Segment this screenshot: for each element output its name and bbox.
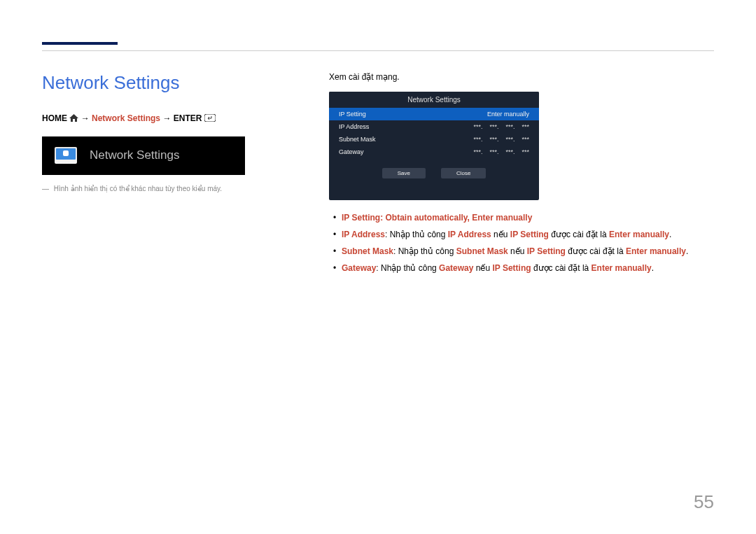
- panel-row-subnet: Subnet Mask ***. ***. ***. ***: [329, 133, 539, 146]
- text: .: [669, 230, 671, 239]
- ip-octet: ***: [522, 136, 529, 143]
- save-button[interactable]: Save: [382, 168, 426, 178]
- text: : Nhập thủ công: [393, 246, 456, 256]
- top-marker: [42, 42, 118, 45]
- ip-octet: ***.: [473, 123, 482, 130]
- label-enter-manually: Enter manually: [626, 246, 686, 256]
- panel-row-label: Gateway: [339, 148, 364, 155]
- text: : Nhập thủ công: [376, 263, 439, 273]
- label-enter-manually: Enter manually: [592, 263, 652, 273]
- panel-row-value: ***. ***. ***. ***: [473, 136, 529, 143]
- label-ipaddress2: IP Address: [448, 230, 491, 239]
- ip-octet: ***.: [505, 136, 514, 143]
- label-ipaddress: IP Address: [342, 230, 385, 239]
- breadcrumb-enter: ENTER: [174, 113, 202, 123]
- bullet-item-ipaddress: IP Address: Nhập thủ công IP Address nếu…: [329, 228, 714, 241]
- thumbnail-label: Network Settings: [90, 148, 180, 162]
- section-title: Network Settings: [42, 72, 301, 94]
- panel-row-label: IP Address: [339, 123, 369, 130]
- ip-octet: ***: [522, 148, 529, 155]
- thumbnail: Network Settings: [42, 136, 245, 175]
- text: nếu: [508, 246, 527, 256]
- text: được cài đặt là: [566, 246, 626, 256]
- home-icon: [69, 114, 78, 124]
- label-enter-manually: Enter manually: [472, 213, 532, 223]
- label-gateway: Gateway: [342, 263, 376, 273]
- bullet-item-ipsetting: IP Setting: Obtain automatically, Enter …: [329, 211, 714, 224]
- label-obtain: Obtain automatically: [385, 213, 467, 223]
- ip-octet: ***: [522, 123, 529, 130]
- panel-row-value: ***. ***. ***. ***: [473, 148, 529, 155]
- image-note: ― Hình ảnh hiển thị có thể khác nhau tùy…: [42, 185, 301, 192]
- text: : Nhập thủ công: [385, 230, 448, 239]
- right-column: Xem cài đặt mạng. Network Settings IP Se…: [329, 72, 714, 279]
- label-subnet2: Subnet Mask: [456, 246, 508, 256]
- text: nếu: [491, 230, 510, 239]
- bullet-list: IP Setting: Obtain automatically, Enter …: [329, 211, 714, 274]
- panel-title: Network Settings: [329, 92, 539, 108]
- panel-row-gateway: Gateway ***. ***. ***. ***: [329, 146, 539, 158]
- breadcrumb-netset: Network Settings: [92, 113, 160, 123]
- ip-octet: ***.: [473, 136, 482, 143]
- ip-octet: ***.: [489, 123, 498, 130]
- ip-octet: ***.: [489, 136, 498, 143]
- label-ipsetting: IP Setting: [510, 230, 549, 239]
- panel-header-row: IP Setting Enter manually: [329, 108, 539, 120]
- note-text: Hình ảnh hiển thị có thể khác nhau tùy t…: [54, 185, 222, 192]
- label-ipsetting: IP Setting: [342, 213, 380, 223]
- panel-row-value: ***. ***. ***. ***: [473, 123, 529, 130]
- ip-octet: ***.: [473, 148, 482, 155]
- text: .: [686, 246, 688, 256]
- content-area: Network Settings HOME → Network Settings…: [42, 50, 714, 279]
- label-gateway2: Gateway: [439, 263, 473, 273]
- panel-row-ipaddress: IP Address ***. ***. ***. ***: [329, 120, 539, 133]
- panel-header-left: IP Setting: [339, 111, 366, 118]
- text: .: [652, 263, 654, 273]
- breadcrumb: HOME → Network Settings → ENTER: [42, 113, 301, 124]
- text: nếu: [473, 263, 492, 273]
- settings-panel: Network Settings IP Setting Enter manual…: [329, 92, 539, 200]
- label-ipsetting: IP Setting: [492, 263, 531, 273]
- text: được cài đặt là: [549, 230, 609, 239]
- close-button[interactable]: Close: [441, 168, 486, 178]
- page-number: 55: [694, 491, 714, 513]
- breadcrumb-arrow1: →: [81, 113, 92, 123]
- panel-header-right: Enter manually: [487, 111, 529, 118]
- bullet-item-gateway: Gateway: Nhập thủ công Gateway nếu IP Se…: [329, 262, 714, 274]
- page-container: Network Settings HOME → Network Settings…: [0, 0, 756, 307]
- label-enter-manually: Enter manually: [609, 230, 669, 239]
- label-subnet: Subnet Mask: [342, 246, 393, 256]
- breadcrumb-home: HOME: [42, 113, 67, 123]
- lead-text: Xem cài đặt mạng.: [329, 72, 714, 82]
- laptop-icon: [55, 147, 77, 164]
- note-dash: ―: [42, 185, 49, 192]
- text: được cài đặt là: [531, 263, 592, 273]
- label-ipsetting: IP Setting: [527, 246, 566, 256]
- breadcrumb-arrow2: →: [162, 113, 173, 123]
- ip-octet: ***.: [505, 148, 514, 155]
- ip-octet: ***.: [505, 123, 514, 130]
- ip-octet: ***.: [489, 148, 498, 155]
- left-column: Network Settings HOME → Network Settings…: [42, 72, 301, 279]
- bullet-item-subnet: Subnet Mask: Nhập thủ công Subnet Mask n…: [329, 245, 714, 258]
- panel-buttons: Save Close: [329, 168, 539, 178]
- panel-row-label: Subnet Mask: [339, 136, 376, 143]
- enter-icon: [204, 114, 216, 124]
